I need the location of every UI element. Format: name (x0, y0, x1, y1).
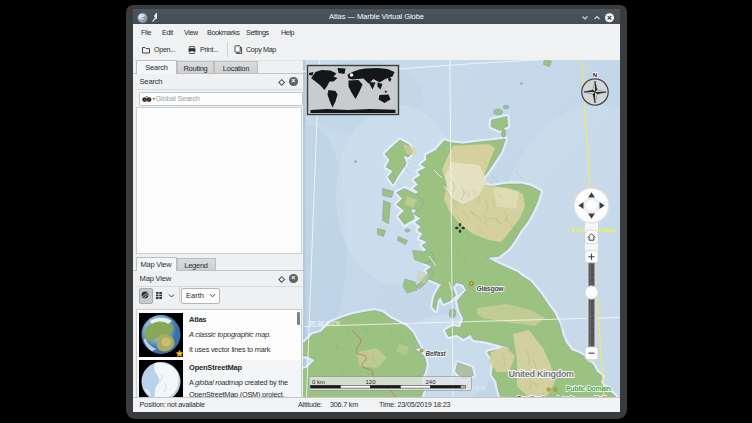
svg-text:N: N (592, 71, 596, 77)
svg-text:240: 240 (425, 378, 436, 384)
svg-text:120: 120 (365, 378, 376, 384)
svg-text:Belfast: Belfast (425, 349, 446, 356)
svg-text:Public Domain: Public Domain (566, 384, 611, 391)
svg-text:United Kingdom: United Kingdom (508, 368, 574, 378)
svg-text:55° 00' 00.0"N: 55° 00' 00.0"N (309, 320, 340, 325)
svg-text:0 km: 0 km (312, 378, 325, 384)
svg-text:Glasgow: Glasgow (476, 285, 504, 293)
svg-text:0.0°W: 0.0°W (470, 385, 487, 391)
